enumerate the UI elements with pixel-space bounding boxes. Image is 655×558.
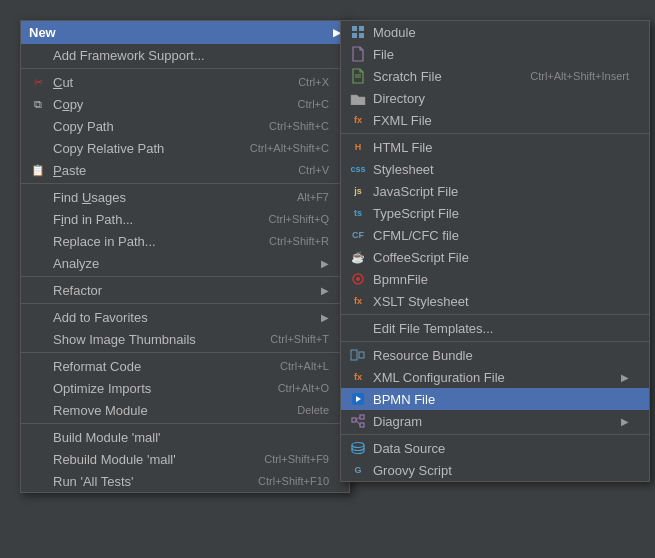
reformat-code-label: Reformat Code (53, 359, 260, 374)
cfml-cfc-icon: CF (349, 227, 367, 243)
add-framework-icon (29, 47, 47, 63)
analyze-item[interactable]: Analyze ▶ (21, 252, 349, 274)
copy-path-item[interactable]: Copy Path Ctrl+Shift+C (21, 115, 349, 137)
typescript-file-item[interactable]: ts TypeScript File (341, 202, 649, 224)
reformat-code-item[interactable]: Reformat Code Ctrl+Alt+L (21, 355, 349, 377)
scratch-file-item[interactable]: Scratch File Ctrl+Alt+Shift+Insert (341, 65, 649, 87)
rebuild-module-item[interactable]: Rebuild Module 'mall' Ctrl+Shift+F9 (21, 448, 349, 470)
svg-rect-9 (359, 352, 364, 358)
typescript-file-icon: ts (349, 205, 367, 221)
optimize-imports-item[interactable]: Optimize Imports Ctrl+Alt+O (21, 377, 349, 399)
find-usages-item[interactable]: Find Usages Alt+F7 (21, 186, 349, 208)
new-menu-header[interactable]: New ▶ (21, 21, 349, 44)
svg-rect-0 (352, 26, 357, 31)
fxml-file-label: FXML File (373, 113, 629, 128)
reformat-code-icon (29, 358, 47, 374)
find-in-path-item[interactable]: Find in Path... Ctrl+Shift+Q (21, 208, 349, 230)
remove-module-shortcut: Delete (297, 404, 329, 416)
bpmn-file-label: BPMN File (373, 392, 629, 407)
right-separator-4 (341, 434, 649, 435)
cut-item[interactable]: ✂ Cut Ctrl+X (21, 71, 349, 93)
add-to-favorites-label: Add to Favorites (53, 310, 311, 325)
add-to-favorites-icon (29, 309, 47, 325)
svg-line-15 (356, 417, 360, 420)
build-module-icon (29, 429, 47, 445)
run-all-tests-icon (29, 473, 47, 489)
separator-2 (21, 183, 349, 184)
remove-module-item[interactable]: Remove Module Delete (21, 399, 349, 421)
copy-item[interactable]: ⧉ Copy Ctrl+C (21, 93, 349, 115)
cfml-cfc-item[interactable]: CF CFML/CFC file (341, 224, 649, 246)
xslt-stylesheet-item[interactable]: fx XSLT Stylesheet (341, 290, 649, 312)
xml-config-item[interactable]: fx XML Configuration File ▶ (341, 366, 649, 388)
separator-3 (21, 276, 349, 277)
cut-label: Cut (53, 75, 278, 90)
add-framework-item[interactable]: Add Framework Support... (21, 44, 349, 66)
paste-item[interactable]: 📋 Paste Ctrl+V (21, 159, 349, 181)
javascript-file-item[interactable]: js JavaScript File (341, 180, 649, 202)
bpmn-file-item[interactable]: BPMN File (341, 388, 649, 410)
fxml-file-icon: fx (349, 112, 367, 128)
directory-label: Directory (373, 91, 629, 106)
svg-point-7 (356, 277, 360, 281)
file-icon (349, 46, 367, 62)
fxml-file-item[interactable]: fx FXML File (341, 109, 649, 131)
scratch-file-shortcut: Ctrl+Alt+Shift+Insert (530, 70, 629, 82)
copy-path-shortcut: Ctrl+Shift+C (269, 120, 329, 132)
html-file-icon: H (349, 139, 367, 155)
run-all-tests-item[interactable]: Run 'All Tests' Ctrl+Shift+F10 (21, 470, 349, 492)
directory-icon (349, 90, 367, 106)
xslt-stylesheet-icon: fx (349, 293, 367, 309)
diagram-item[interactable]: Diagram ▶ (341, 410, 649, 432)
bpmnfile-item[interactable]: BpmnFile (341, 268, 649, 290)
find-usages-label: Find Usages (53, 190, 277, 205)
file-item[interactable]: File (341, 43, 649, 65)
data-source-icon (349, 440, 367, 456)
groovy-script-item[interactable]: G Groovy Script (341, 459, 649, 481)
stylesheet-item[interactable]: css Stylesheet (341, 158, 649, 180)
refactor-item[interactable]: Refactor ▶ (21, 279, 349, 301)
html-file-item[interactable]: H HTML File (341, 136, 649, 158)
javascript-file-label: JavaScript File (373, 184, 629, 199)
resource-bundle-item[interactable]: Resource Bundle (341, 344, 649, 366)
replace-in-path-label: Replace in Path... (53, 234, 249, 249)
directory-item[interactable]: Directory (341, 87, 649, 109)
svg-rect-13 (360, 415, 364, 419)
stylesheet-icon: css (349, 161, 367, 177)
data-source-item[interactable]: Data Source (341, 437, 649, 459)
xml-config-icon: fx (349, 369, 367, 385)
find-usages-icon (29, 189, 47, 205)
module-item[interactable]: Module (341, 21, 649, 43)
new-label: New (29, 25, 333, 40)
build-module-item[interactable]: Build Module 'mall' (21, 426, 349, 448)
bpmnfile-icon (349, 271, 367, 287)
svg-point-17 (352, 443, 364, 448)
replace-in-path-item[interactable]: Replace in Path... Ctrl+Shift+R (21, 230, 349, 252)
paste-icon: 📋 (29, 162, 47, 178)
run-all-tests-shortcut: Ctrl+Shift+F10 (258, 475, 329, 487)
scratch-file-label: Scratch File (373, 69, 510, 84)
copy-relative-path-item[interactable]: Copy Relative Path Ctrl+Alt+Shift+C (21, 137, 349, 159)
separator-5 (21, 352, 349, 353)
module-icon (349, 24, 367, 40)
refactor-icon (29, 282, 47, 298)
separator-6 (21, 423, 349, 424)
edit-file-templates-item[interactable]: Edit File Templates... (341, 317, 649, 339)
add-to-favorites-item[interactable]: Add to Favorites ▶ (21, 306, 349, 328)
copy-relative-path-label: Copy Relative Path (53, 141, 230, 156)
cut-icon: ✂ (29, 74, 47, 90)
diagram-icon (349, 413, 367, 429)
show-image-thumbnails-item[interactable]: Show Image Thumbnails Ctrl+Shift+T (21, 328, 349, 350)
resource-bundle-icon (349, 347, 367, 363)
coffeescript-item[interactable]: ☕ CoffeeScript File (341, 246, 649, 268)
bpmnfile-label: BpmnFile (373, 272, 629, 287)
module-label: Module (373, 25, 629, 40)
find-in-path-label: Find in Path... (53, 212, 248, 227)
rebuild-module-label: Rebuild Module 'mall' (53, 452, 244, 467)
svg-rect-1 (359, 26, 364, 31)
optimize-imports-label: Optimize Imports (53, 381, 258, 396)
right-separator-2 (341, 314, 649, 315)
show-image-thumbnails-label: Show Image Thumbnails (53, 332, 250, 347)
cfml-cfc-label: CFML/CFC file (373, 228, 629, 243)
svg-rect-8 (351, 350, 357, 360)
